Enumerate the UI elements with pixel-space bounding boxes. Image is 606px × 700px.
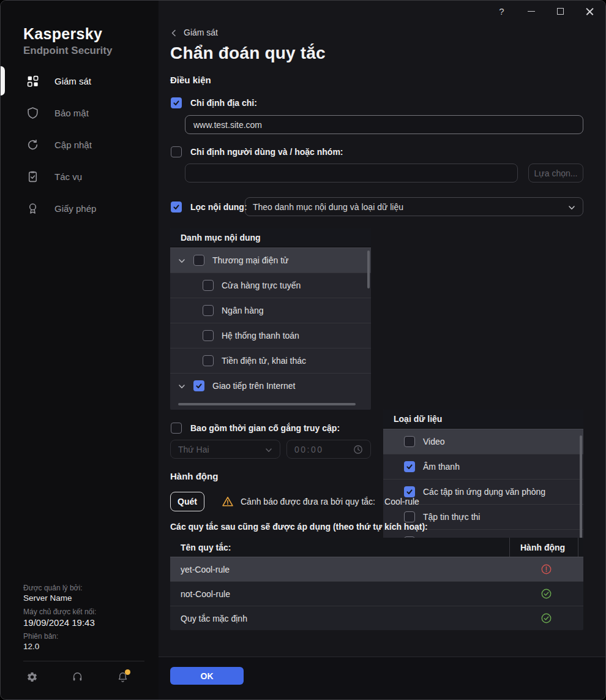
minimize-icon[interactable]	[526, 7, 536, 16]
column-header-action[interactable]: Hành động	[509, 538, 578, 557]
category-row-giao-tiep[interactable]: Giao tiếp trên Internet	[170, 373, 371, 398]
column-header-name[interactable]: Tên quy tắc:	[170, 543, 509, 552]
refresh-icon	[26, 138, 39, 151]
chevron-down-icon	[265, 446, 272, 453]
table-row[interactable]: Quy tắc mặc định	[170, 606, 583, 630]
page-title: Chẩn đoán quy tắc	[170, 43, 326, 63]
version-label: Phiên bản:	[23, 633, 96, 640]
users-checkbox-row: Chỉ định người dùng và / hoặc nhóm:	[171, 146, 343, 157]
bell-icon[interactable]	[117, 671, 129, 683]
horizontal-scrollbar[interactable]	[178, 403, 356, 405]
time-checkbox[interactable]	[171, 423, 182, 434]
vertical-scrollbar[interactable]	[580, 435, 582, 546]
datatypes-panel-header: Loại dữ liệu	[383, 410, 583, 429]
category-row-thuong-mai[interactable]: Thương mại điện tử	[170, 247, 371, 273]
address-input[interactable]: www.test.site.com	[185, 115, 583, 134]
window-controls: ?	[497, 7, 594, 16]
table-row[interactable]: yet-Cool-rule	[170, 557, 583, 581]
address-checkbox[interactable]	[171, 97, 182, 108]
content-filter-select[interactable]: Theo danh mục nội dung và loại dữ liệu	[245, 197, 583, 216]
sidebar: Kaspersky Endpoint Security Giám sát Bảo…	[1, 1, 159, 699]
chevron-down-icon[interactable]	[178, 382, 185, 390]
ok-button-label: OK	[201, 671, 214, 681]
category-checkbox[interactable]	[203, 280, 214, 291]
managed-by-value: Server Name	[23, 594, 96, 603]
active-nav-indicator	[1, 66, 5, 96]
content-filter-checkbox-row: Lọc nội dung:	[171, 201, 247, 213]
category-label: Thương mại điện tử	[212, 255, 288, 265]
category-row-cua-hang[interactable]: Cửa hàng trực tuyến	[170, 273, 371, 298]
time-value: 00:00	[294, 445, 324, 454]
category-checkbox[interactable]	[203, 330, 214, 341]
sidebar-item-label: Tác vụ	[54, 171, 82, 182]
breadcrumb[interactable]: Giám sát	[170, 28, 218, 37]
connected-label: Máy chủ được kết nối:	[23, 608, 96, 615]
sidebar-divider	[23, 661, 144, 661]
brand: Kaspersky Endpoint Security	[23, 25, 112, 57]
close-icon[interactable]	[585, 7, 594, 16]
time-input[interactable]: 00:00	[286, 440, 371, 459]
sidebar-bottom-icons	[1, 671, 159, 685]
gear-icon[interactable]	[26, 671, 38, 683]
tasks-icon	[26, 170, 39, 183]
server-info: Được quản lý bởi: Server Name Máy chủ đư…	[23, 584, 96, 656]
managed-by-label: Được quản lý bởi:	[23, 584, 96, 592]
headset-icon[interactable]	[72, 671, 83, 683]
warning-rule-name: Cool-rule	[384, 497, 419, 506]
users-checkbox[interactable]	[171, 146, 182, 157]
sidebar-item-cap-nhat[interactable]: Cập nhật	[1, 129, 159, 160]
chevron-down-icon[interactable]	[178, 257, 185, 264]
sidebar-item-bao-mat[interactable]: Bảo mật	[1, 97, 159, 129]
address-label: Chỉ định địa chỉ:	[190, 98, 257, 108]
datatype-label: Các tập tin ứng dụng văn phòng	[423, 487, 545, 497]
table-row[interactable]: not-Cool-rule	[170, 581, 583, 606]
rule-name-cell: not-Cool-rule	[170, 589, 509, 599]
rule-name-cell: Quy tắc mặc định	[170, 614, 509, 623]
day-select[interactable]: Thứ Hai	[170, 440, 280, 459]
scan-button-label: Quét	[178, 497, 197, 506]
scan-button[interactable]: Quét	[170, 492, 204, 511]
sidebar-item-giay-phep[interactable]: Giấy phép	[1, 192, 159, 224]
datatype-checkbox[interactable]	[404, 511, 415, 522]
sidebar-item-tac-vu[interactable]: Tác vụ	[1, 160, 159, 192]
time-label: Bao gồm thời gian cố gắng truy cập:	[190, 423, 340, 433]
category-row-ngan-hang[interactable]: Ngân hàng	[170, 298, 371, 323]
breadcrumb-label: Giám sát	[184, 28, 218, 37]
content-filter-label: Lọc nội dung:	[190, 202, 247, 212]
warning-row: Cảnh báo được đưa ra bởi quy tắc: Cool-r…	[222, 495, 419, 508]
maximize-icon[interactable]	[556, 7, 565, 16]
categories-panel: Danh mục nội dung Thương mại điện tử Cửa…	[170, 228, 371, 410]
ok-button[interactable]: OK	[170, 667, 244, 685]
category-checkbox[interactable]	[203, 355, 214, 366]
help-icon[interactable]: ?	[497, 7, 506, 16]
users-input[interactable]	[185, 164, 518, 183]
conditions-heading: Điều kiện	[170, 75, 211, 85]
category-checkbox[interactable]	[193, 380, 204, 391]
sidebar-item-label: Giấy phép	[54, 203, 96, 214]
content-filter-checkbox[interactable]	[171, 201, 182, 213]
select-users-button[interactable]: Lựa chọn...	[528, 164, 583, 183]
sidebar-nav: Giám sát Bảo mật Cập nhật Tác vụ	[1, 65, 159, 224]
vertical-scrollbar[interactable]	[367, 250, 370, 288]
datatype-label: Video	[423, 437, 445, 446]
category-row-tien-dien-tu[interactable]: Tiền điện tử, khai thác	[170, 348, 371, 373]
dashboard-icon	[26, 75, 39, 88]
brand-title: Kaspersky	[23, 25, 112, 43]
datatype-checkbox[interactable]	[404, 436, 415, 447]
rule-name-cell: yet-Cool-rule	[170, 565, 509, 574]
datatype-row-video[interactable]: Video	[383, 429, 583, 454]
datatype-row-am-thanh[interactable]: Âm thanh	[383, 454, 583, 479]
category-checkbox[interactable]	[203, 305, 214, 316]
warning-icon	[222, 495, 234, 508]
sidebar-item-giam-sat[interactable]: Giám sát	[1, 65, 159, 97]
main-content: Giám sát Chẩn đoán quy tắc Điều kiện Chỉ…	[159, 1, 605, 699]
rules-table-header: Tên quy tắc: Hành động	[170, 538, 583, 557]
category-row-he-thong[interactable]: Hệ thống thanh toán	[170, 323, 371, 348]
datatype-checkbox[interactable]	[404, 461, 415, 472]
footer-bar: OK	[159, 657, 605, 699]
category-checkbox[interactable]	[193, 255, 204, 266]
ok-status-icon	[541, 612, 552, 624]
rules-table-caption: Các quy tắc sau cũng sẽ được áp dụng (th…	[170, 522, 428, 532]
sidebar-item-label: Giám sát	[54, 76, 91, 86]
notification-dot	[125, 669, 130, 675]
